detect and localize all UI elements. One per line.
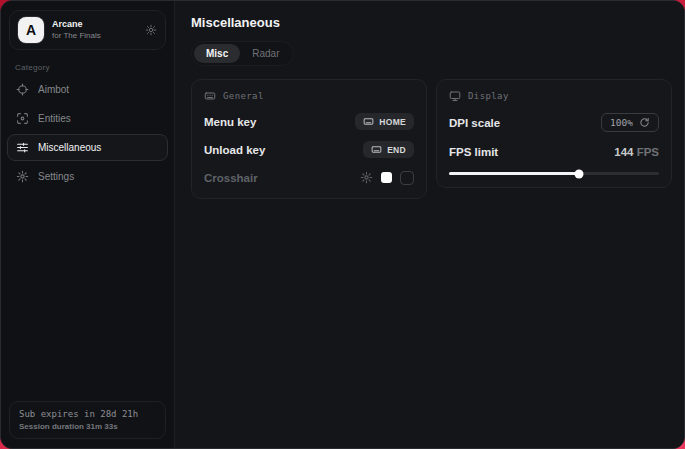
unload-key-row: Unload key END: [204, 141, 414, 158]
cards-row: General Menu key HOME: [191, 79, 672, 199]
brand-gear-icon[interactable]: [145, 24, 157, 36]
sidebar-item-entities[interactable]: Entities: [7, 105, 168, 132]
fps-slider-fill: [449, 172, 579, 175]
crosshair-color-swatch[interactable]: [381, 172, 392, 183]
fps-limit-label: FPS limit: [449, 146, 498, 158]
sub-expires-text: Sub expires in 28d 21h: [19, 409, 156, 419]
display-card-header: Display: [449, 90, 659, 102]
fps-number: 144: [614, 146, 633, 158]
fps-limit-value: 144 FPS: [614, 146, 659, 158]
brand-name: Arcane: [52, 19, 137, 30]
subscription-info-box: Sub expires in 28d 21h Session duration …: [9, 401, 166, 439]
menu-key-row: Menu key HOME: [204, 113, 414, 130]
crosshair-row: Crosshair: [204, 169, 414, 186]
crosshair-controls: [360, 171, 414, 185]
brand-text: Arcane for The Finals: [52, 19, 137, 40]
session-duration-text: Session duration 31m 33s: [19, 422, 156, 431]
monitor-icon: [449, 90, 461, 102]
sidebar-item-miscellaneous[interactable]: Miscellaneous: [7, 134, 168, 161]
menu-key-label: Menu key: [204, 116, 256, 128]
unload-key-button[interactable]: END: [363, 141, 414, 158]
display-card-title: Display: [468, 91, 509, 101]
sliders-icon: [16, 141, 29, 154]
dpi-scale-value: 100%: [610, 117, 633, 128]
fps-unit: FPS: [637, 146, 659, 158]
dpi-scale-label: DPI scale: [449, 117, 500, 129]
scan-icon: [16, 112, 29, 125]
brand-logo: A: [18, 17, 44, 43]
sidebar-item-aimbot[interactable]: Aimbot: [7, 76, 168, 103]
general-card-title: General: [223, 91, 264, 101]
app-window: A Arcane for The Finals Category: [0, 0, 685, 449]
category-label: Category: [15, 63, 174, 72]
tab-radar[interactable]: Radar: [240, 44, 291, 63]
dpi-scale-select[interactable]: 100%: [601, 113, 659, 132]
tab-bar: Misc Radar: [191, 41, 294, 66]
keyboard-icon: [204, 90, 216, 102]
crosshair-icon: [16, 83, 29, 96]
main-panel: Miscellaneous Misc Radar General: [175, 1, 685, 448]
tab-misc[interactable]: Misc: [194, 44, 240, 63]
sidebar-item-label: Settings: [38, 171, 74, 182]
fps-slider-handle[interactable]: [575, 169, 584, 178]
sidebar-item-label: Aimbot: [38, 84, 69, 95]
menu-key-button[interactable]: HOME: [355, 113, 414, 130]
menu-key-value: HOME: [379, 117, 406, 127]
brand-card: A Arcane for The Finals: [9, 10, 166, 50]
dpi-scale-row: DPI scale 100%: [449, 113, 659, 132]
sidebar-item-label: Miscellaneous: [38, 142, 101, 153]
keyboard-icon: [371, 144, 382, 155]
brand-subtitle: for The Finals: [52, 31, 137, 41]
general-card-header: General: [204, 90, 414, 102]
sidebar-item-settings[interactable]: Settings: [7, 163, 168, 190]
sidebar: A Arcane for The Finals Category: [1, 1, 175, 448]
fps-limit-row: FPS limit 144 FPS: [449, 143, 659, 160]
display-card: Display DPI scale 100%: [436, 79, 672, 188]
sidebar-item-label: Entities: [38, 113, 71, 124]
keyboard-icon: [363, 116, 374, 127]
page-title: Miscellaneous: [191, 15, 672, 30]
unload-key-label: Unload key: [204, 144, 265, 156]
category-nav: Aimbot Entities Miscel: [1, 76, 174, 190]
general-card: General Menu key HOME: [191, 79, 427, 199]
refresh-icon: [639, 117, 650, 128]
crosshair-settings-gear-icon[interactable]: [360, 171, 373, 184]
gear-icon: [16, 170, 29, 183]
crosshair-checkbox[interactable]: [400, 171, 414, 185]
fps-limit-slider[interactable]: [449, 172, 659, 175]
crosshair-label: Crosshair: [204, 172, 258, 184]
unload-key-value: END: [387, 145, 406, 155]
